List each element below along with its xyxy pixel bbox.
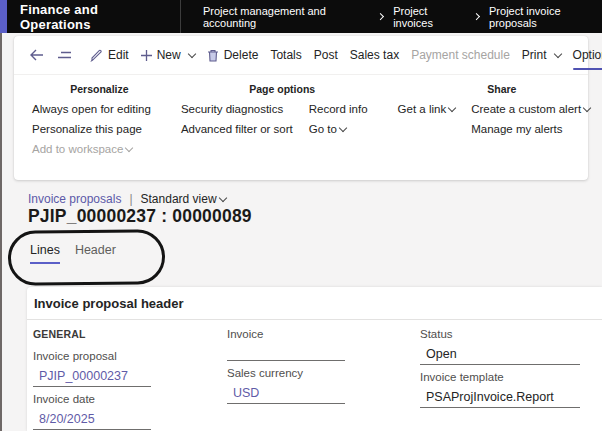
view-selector-row: Invoice proposals | Standard view	[28, 192, 226, 206]
hamburger-icon	[58, 51, 71, 59]
back-arrow-icon	[29, 49, 44, 61]
active-tab-underline	[573, 68, 602, 71]
share-group-title: Share	[398, 83, 602, 95]
totals-button[interactable]: Totals	[264, 41, 307, 69]
action-pane: Edit New Delete Totals Post Sales tax Pa…	[14, 36, 588, 180]
invoice-proposal-header-section: Invoice proposal header GENERAL Invoice …	[27, 287, 602, 431]
manage-my-alerts-item[interactable]: Manage my alerts	[471, 123, 590, 135]
app-title: Finance and Operations	[20, 2, 162, 32]
trash-icon	[207, 49, 219, 62]
edit-label: Edit	[108, 48, 129, 62]
personalize-group-title: Personalize	[32, 83, 167, 95]
delete-button[interactable]: Delete	[201, 41, 265, 69]
delete-label: Delete	[224, 48, 259, 62]
topbar-divider	[180, 0, 181, 33]
breadcrumb-item-module[interactable]: Project management and accounting	[203, 5, 369, 29]
invoice-template-value[interactable]: PSAProjInvoice.Report	[420, 388, 580, 408]
new-label: New	[157, 48, 181, 62]
get-a-link-label: Get a link	[398, 103, 447, 115]
chevron-right-icon	[377, 13, 384, 20]
chevron-down-icon	[125, 143, 133, 151]
tab-header[interactable]: Header	[75, 243, 116, 264]
breadcrumb-item-page[interactable]: Project invoice proposals	[489, 5, 602, 29]
action-pane-toolbar: Edit New Delete Totals Post Sales tax Pa…	[14, 36, 588, 74]
go-to-item[interactable]: Go to	[309, 123, 368, 135]
always-open-for-editing-item[interactable]: Always open for editing	[32, 103, 151, 115]
edit-button[interactable]: Edit	[84, 41, 135, 69]
pencil-icon	[90, 49, 103, 62]
record-info-item[interactable]: Record info	[309, 103, 368, 115]
breadcrumb: Project management and accounting Projec…	[203, 5, 602, 29]
accent-strip	[0, 0, 7, 33]
status-field: Status Open	[420, 328, 580, 365]
sales-currency-label: Sales currency	[227, 367, 345, 384]
invoice-field: Invoice	[227, 328, 345, 361]
security-diagnostics-item[interactable]: Security diagnostics	[181, 103, 293, 115]
options-label: Options	[573, 48, 602, 62]
top-navigation-bar: Finance and Operations Project managemen…	[0, 0, 602, 33]
fields-column-2: Invoice Sales currency USD	[227, 328, 345, 410]
fields-column-1: GENERAL Invoice proposal PJIP_00000237 I…	[33, 328, 151, 431]
print-button[interactable]: Print	[516, 41, 567, 69]
post-label: Post	[314, 48, 338, 62]
post-button[interactable]: Post	[308, 41, 344, 69]
back-button[interactable]	[22, 41, 51, 69]
chevron-down-icon	[553, 49, 561, 57]
tab-lines[interactable]: Lines	[30, 243, 60, 264]
chevron-down-icon	[218, 193, 226, 201]
app-root: { "topbar": { "brand": "Finance and Oper…	[0, 0, 602, 431]
sales-currency-field: Sales currency USD	[227, 367, 345, 404]
create-custom-alert-item[interactable]: Create a custom alert	[471, 103, 590, 115]
chevron-right-icon	[473, 13, 480, 20]
page-title: PJIP_00000237 : 00000089	[28, 206, 252, 227]
general-group-label: GENERAL	[33, 328, 151, 350]
invoice-proposals-link[interactable]: Invoice proposals	[28, 192, 121, 206]
tab-strip: Lines Header	[30, 243, 116, 264]
get-a-link-item[interactable]: Get a link	[398, 103, 456, 115]
personalize-this-page-item[interactable]: Personalize this page	[32, 123, 151, 135]
personalize-group: Personalize Always open for editing Pers…	[32, 83, 167, 155]
page-options-group: Page options Security diagnostics Advanc…	[181, 83, 384, 135]
invoice-date-label: Invoice date	[33, 393, 151, 410]
share-group: Share Get a link Create a custom alert M…	[398, 83, 602, 135]
invoice-date-field: Invoice date 8/20/2025	[33, 393, 151, 430]
breadcrumb-item-section[interactable]: Project invoices	[393, 5, 464, 29]
pipe-separator: |	[129, 192, 132, 206]
go-to-label: Go to	[309, 123, 337, 135]
add-to-workspace-item: Add to workspace	[32, 143, 151, 155]
add-to-workspace-label: Add to workspace	[32, 143, 123, 155]
status-value[interactable]: Open	[420, 345, 580, 365]
invoice-template-label: Invoice template	[420, 371, 580, 388]
new-button[interactable]: New	[135, 41, 201, 69]
chevron-down-icon	[448, 103, 456, 111]
options-flyout: Personalize Always open for editing Pers…	[14, 74, 588, 159]
screenshot-left-edge	[0, 33, 2, 431]
invoice-label: Invoice	[227, 328, 345, 345]
payment-schedule-label: Payment schedule	[411, 48, 510, 62]
payment-schedule-button: Payment schedule	[405, 41, 516, 69]
section-title: Invoice proposal header	[27, 287, 602, 319]
view-selector[interactable]: Standard view	[141, 192, 226, 206]
view-selector-label: Standard view	[141, 192, 217, 206]
plus-icon	[141, 50, 152, 61]
advanced-filter-or-sort-item[interactable]: Advanced filter or sort	[181, 123, 293, 135]
sales-tax-label: Sales tax	[350, 48, 399, 62]
chevron-down-icon	[187, 49, 195, 57]
page-options-group-title: Page options	[181, 83, 384, 95]
options-button[interactable]: Options	[567, 41, 602, 69]
invoice-template-field: Invoice template PSAProjInvoice.Report	[420, 371, 580, 408]
invoice-proposal-label: Invoice proposal	[33, 350, 151, 367]
totals-label: Totals	[270, 48, 301, 62]
status-label: Status	[420, 328, 580, 345]
chevron-down-icon	[583, 103, 591, 111]
invoice-value[interactable]	[227, 345, 345, 361]
invoice-date-value[interactable]: 8/20/2025	[33, 410, 151, 430]
invoice-proposal-field: Invoice proposal PJIP_00000237	[33, 350, 151, 387]
sales-currency-value[interactable]: USD	[227, 384, 345, 404]
invoice-proposal-value[interactable]: PJIP_00000237	[33, 367, 151, 387]
section-divider	[27, 319, 602, 320]
create-custom-alert-label: Create a custom alert	[471, 103, 581, 115]
sales-tax-button[interactable]: Sales tax	[344, 41, 405, 69]
fields-column-3: Status Open Invoice template PSAProjInvo…	[420, 328, 580, 414]
collapse-pane-button[interactable]	[51, 41, 78, 69]
